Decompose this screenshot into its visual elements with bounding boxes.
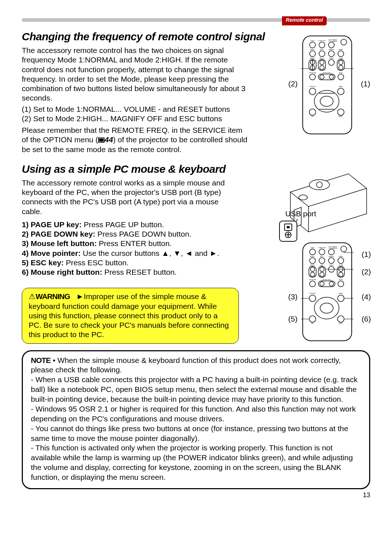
callout2-3: (3) bbox=[288, 293, 298, 301]
svg-rect-57 bbox=[287, 226, 290, 228]
svg-text:MY BUTTON: MY BUTTON bbox=[323, 279, 331, 281]
callout2-4: (4) bbox=[362, 293, 371, 301]
freq-para1: The accessory remote control has the two… bbox=[22, 46, 250, 103]
callout-2: (2) bbox=[288, 79, 298, 88]
svg-text:SEARCH: SEARCH bbox=[329, 256, 334, 257]
freq-para2: Please remember that the REMOTE FREQ. in… bbox=[22, 126, 250, 154]
svg-text:MENU: MENU bbox=[339, 293, 343, 294]
svg-text:ESC: ESC bbox=[311, 116, 314, 117]
svg-text:POSITION: POSITION bbox=[310, 86, 316, 87]
svg-rect-0 bbox=[303, 36, 352, 134]
manual-ref-icon bbox=[98, 138, 105, 143]
callout2-1: (1) bbox=[362, 250, 371, 259]
warning-box: ⚠WARNING ►Improper use of the simple mou… bbox=[22, 288, 239, 343]
svg-text:COMPUTER: COMPUTER bbox=[318, 40, 326, 42]
svg-text:KEYSTONE: KEYSTONE bbox=[309, 279, 317, 281]
svg-text:MY BUTTON: MY BUTTON bbox=[323, 72, 331, 74]
svg-text:SEARCH: SEARCH bbox=[329, 49, 334, 50]
svg-text:MAGNIFY: MAGNIFY bbox=[310, 265, 315, 266]
svg-text:FREEZE: FREEZE bbox=[329, 58, 334, 59]
svg-text:MAGNIFY: MAGNIFY bbox=[310, 58, 315, 59]
svg-text:KEYSTONE: KEYSTONE bbox=[309, 72, 317, 74]
note-lead: • When the simple mouse & keyboard funct… bbox=[31, 356, 341, 374]
svg-text:VOLUME: VOLUME bbox=[339, 58, 343, 59]
svg-text:MUTE: MUTE bbox=[339, 72, 343, 74]
note-label: NOTE bbox=[31, 356, 50, 364]
svg-text:VIDEO: VIDEO bbox=[311, 40, 315, 42]
svg-text:ASPECT: ASPECT bbox=[310, 49, 315, 50]
svg-text:BLANK: BLANK bbox=[339, 256, 343, 257]
svg-text:FREEZE: FREEZE bbox=[329, 265, 334, 266]
svg-text:DOC.CAMERA: DOC.CAMERA bbox=[328, 248, 337, 249]
note-item-1: - When a USB cable connects this project… bbox=[31, 375, 361, 404]
svg-text:MENU: MENU bbox=[339, 86, 343, 87]
callout-1: (1) bbox=[361, 79, 370, 88]
svg-text:RESET: RESET bbox=[339, 116, 343, 117]
svg-rect-61 bbox=[303, 243, 352, 341]
projector-diagram: USB bbox=[276, 170, 370, 243]
note-item-4: - This function is activated only when t… bbox=[31, 443, 361, 482]
mouse-para1: The accessory remote control works as a … bbox=[22, 178, 225, 216]
svg-text:AUTO: AUTO bbox=[320, 256, 324, 257]
remote-diagram-2: VIDEOCOMPUTERMY SOURCE/DOC.CAMERA ASPECT… bbox=[301, 241, 354, 343]
note-item-2: - Windows 95 OSR 2.1 or higher is requir… bbox=[31, 404, 361, 424]
svg-text:ESC: ESC bbox=[311, 323, 314, 324]
callout2-2: (2) bbox=[362, 267, 371, 276]
note-box: NOTE • When the simple mouse & keyboard … bbox=[22, 350, 370, 489]
svg-text:PAGE UP: PAGE UP bbox=[319, 58, 324, 59]
svg-text:AUTO: AUTO bbox=[320, 49, 324, 50]
warning-arrow: ► bbox=[76, 292, 84, 301]
svg-text:ASPECT: ASPECT bbox=[310, 256, 315, 257]
svg-text:PAGE: PAGE bbox=[320, 265, 323, 266]
callout2-6: (6) bbox=[362, 315, 371, 323]
svg-point-53 bbox=[317, 182, 322, 188]
header-rule: Remote control bbox=[22, 18, 370, 22]
svg-point-54 bbox=[299, 195, 307, 200]
svg-text:MUTE: MUTE bbox=[339, 279, 343, 281]
svg-text:BLANK: BLANK bbox=[339, 49, 343, 50]
remote-diagram-1: VIDEOCOMPUTERMY SOURCE/DOC.CAMERA ASPECT… bbox=[301, 34, 354, 136]
usb-port-label: USB port bbox=[285, 209, 316, 218]
svg-text:DOC.CAMERA: DOC.CAMERA bbox=[328, 41, 337, 42]
freq-mode1: (1) Set to Mode 1:NORMAL... VOLUME - and… bbox=[22, 105, 250, 114]
svg-text:RESET: RESET bbox=[339, 323, 343, 324]
callout2-5: (5) bbox=[288, 315, 298, 323]
warning-icon: ⚠ bbox=[29, 292, 36, 301]
svg-text:POSITION: POSITION bbox=[310, 293, 316, 294]
freq-mode2: (2) Set to Mode 2:HIGH... MAGNIFY OFF an… bbox=[22, 114, 250, 123]
key-list: 1) PAGE UP key: Press PAGE UP button. 2)… bbox=[22, 220, 225, 277]
header-section-tab: Remote control bbox=[282, 16, 327, 25]
svg-text:VOLUME: VOLUME bbox=[339, 265, 343, 266]
warning-label: WARNING bbox=[36, 292, 70, 301]
svg-text:VIDEO: VIDEO bbox=[311, 247, 315, 249]
note-item-3: - You cannot do things like press two bu… bbox=[31, 424, 361, 443]
page-number: 13 bbox=[22, 491, 370, 499]
svg-text:COMPUTER: COMPUTER bbox=[318, 247, 326, 249]
